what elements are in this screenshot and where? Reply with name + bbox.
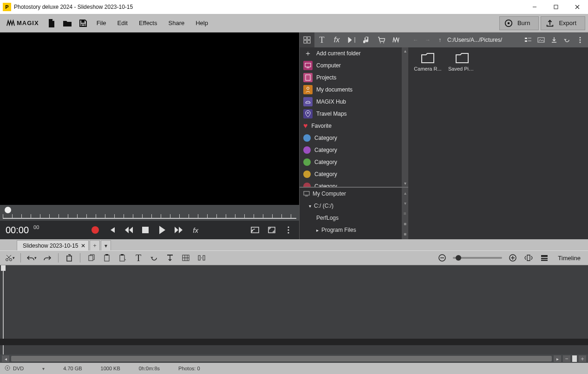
zoom-slider[interactable] xyxy=(453,257,502,259)
folder-camera-roll[interactable]: Camera R... xyxy=(414,52,442,235)
cut-button[interactable]: ▾ xyxy=(5,253,15,263)
nav-back-icon[interactable]: ← xyxy=(411,37,420,43)
copy-button[interactable] xyxy=(86,253,96,263)
undo-button[interactable]: ▾ xyxy=(26,253,37,263)
rewind-button[interactable] xyxy=(124,225,134,235)
category-scrollbar[interactable]: ▴▾ xyxy=(402,47,408,187)
view-options-icon[interactable] xyxy=(523,35,533,45)
fit-button[interactable] xyxy=(523,253,534,263)
window-close-button[interactable] xyxy=(567,0,588,14)
redo-button[interactable] xyxy=(42,253,52,263)
tree-my-computer[interactable]: My Computer xyxy=(300,188,408,200)
add-tab-button[interactable]: ＋ xyxy=(90,240,100,250)
scroll-right-icon[interactable]: ▸ xyxy=(554,355,561,362)
scroll-left-icon[interactable]: ◂ xyxy=(2,355,9,362)
slideshow-tab[interactable]: Slideshow 2023-10-15 ✕ xyxy=(17,240,89,250)
fx-button[interactable]: fx xyxy=(190,225,201,235)
category-computer[interactable]: Computer xyxy=(300,59,408,72)
timeline-area[interactable] xyxy=(0,265,588,354)
rotate-button[interactable] xyxy=(149,253,159,263)
category-color-1[interactable]: Category xyxy=(300,132,408,144)
paste-special-button[interactable] xyxy=(118,253,128,263)
close-tab-icon[interactable]: ✕ xyxy=(81,243,85,249)
image-filter-icon[interactable] xyxy=(536,35,546,45)
menu-share[interactable]: Share xyxy=(164,16,189,30)
add-current-folder[interactable]: ＋Add current folder xyxy=(300,47,408,59)
folder-saved-pictures[interactable]: Saved Pict... xyxy=(448,52,476,235)
category-magix-hub[interactable]: MAGIX Hub xyxy=(300,96,408,108)
scroll-track[interactable] xyxy=(11,356,552,361)
title-tool-button[interactable]: T xyxy=(133,253,144,263)
category-projects[interactable]: Projects xyxy=(300,72,408,84)
track-handle[interactable] xyxy=(572,355,577,362)
menu-edit[interactable]: Edit xyxy=(113,16,132,30)
rotate-icon[interactable] xyxy=(562,35,572,45)
tab-store-icon[interactable] xyxy=(374,33,389,47)
timeline-scrollbar[interactable]: ◂ ▸ − ＋ xyxy=(0,354,588,363)
open-file-button[interactable] xyxy=(60,16,74,30)
file-browser-body[interactable]: Camera R... Saved Pict... xyxy=(408,47,588,239)
tree-side-buttons[interactable]: ▴▾≡■■ xyxy=(402,188,408,239)
zoom-in-button[interactable] xyxy=(508,253,518,263)
tree-program-files[interactable]: ▸Program Files xyxy=(300,224,408,236)
tab-dropdown-button[interactable]: ▾ xyxy=(101,240,111,250)
tab-audio-icon[interactable] xyxy=(359,33,374,47)
status-duration: 0h:0m:8s xyxy=(139,366,160,371)
zoom-out-button[interactable] xyxy=(437,253,447,263)
nav-up-icon[interactable]: ↑ xyxy=(435,37,444,43)
record-button[interactable] xyxy=(90,225,100,235)
window-titlebar: P Photostory deluxe 2024 - Slideshow 202… xyxy=(0,0,588,14)
nav-forward-icon[interactable]: → xyxy=(423,37,432,43)
burn-button[interactable]: Burn xyxy=(499,16,539,30)
window-maximize-button[interactable] xyxy=(545,0,567,14)
view-label[interactable]: Timeline xyxy=(555,255,583,262)
svg-rect-39 xyxy=(105,254,108,256)
svg-point-59 xyxy=(7,367,8,369)
new-file-button[interactable] xyxy=(45,16,59,30)
category-my-documents[interactable]: My documents xyxy=(300,84,408,96)
browser-menu-icon[interactable] xyxy=(575,35,585,45)
preview-ruler[interactable] xyxy=(0,205,299,221)
export-button[interactable]: Export xyxy=(541,16,585,30)
track-plus-button[interactable]: ＋ xyxy=(579,355,586,362)
tab-title-icon[interactable]: T xyxy=(314,33,329,47)
status-media-dropdown[interactable]: ▾ xyxy=(42,366,45,371)
tab-templates-icon[interactable] xyxy=(300,33,314,47)
tab-fx-icon[interactable]: fx xyxy=(329,33,344,47)
svg-point-23 xyxy=(307,87,309,90)
grid-button[interactable] xyxy=(181,253,191,263)
play-button[interactable] xyxy=(157,225,167,235)
category-color-2[interactable]: Category xyxy=(300,144,408,156)
cast-icon[interactable] xyxy=(250,225,260,235)
category-color-5[interactable]: Category xyxy=(300,180,408,187)
menu-help[interactable]: Help xyxy=(191,16,213,30)
optimize-button[interactable] xyxy=(165,253,175,263)
window-minimize-button[interactable] xyxy=(524,0,545,14)
tree-perflogs[interactable]: PerfLogs xyxy=(300,212,408,224)
category-color-4[interactable]: Category xyxy=(300,168,408,180)
menu-effects[interactable]: Effects xyxy=(134,16,162,30)
preview-canvas[interactable] xyxy=(0,33,299,205)
fullscreen-button[interactable] xyxy=(267,225,277,235)
menu-file[interactable]: File xyxy=(92,16,111,30)
category-favorite[interactable]: ♥Favorite xyxy=(300,120,408,132)
import-icon[interactable] xyxy=(549,35,559,45)
skip-start-button[interactable] xyxy=(107,225,117,235)
stop-button[interactable] xyxy=(140,225,150,235)
path-display[interactable]: C:/Users/A.../Pictures/ xyxy=(447,37,520,43)
save-file-button[interactable] xyxy=(76,16,90,30)
track-minus-button[interactable]: − xyxy=(563,355,570,362)
category-travel-maps[interactable]: Travel Maps xyxy=(300,108,408,120)
monitor-menu-button[interactable] xyxy=(283,225,294,235)
time-sub: 00 xyxy=(33,224,39,230)
category-color-3[interactable]: Category xyxy=(300,156,408,168)
tab-magix-icon[interactable] xyxy=(389,33,404,47)
tab-transitions-icon[interactable] xyxy=(344,33,359,47)
fast-forward-button[interactable] xyxy=(174,225,184,235)
paste-button[interactable] xyxy=(102,253,112,263)
view-mode-button[interactable] xyxy=(539,253,549,263)
tree-drive-c[interactable]: ▾C:/ (C:/) xyxy=(300,200,408,212)
ruler-playhead[interactable] xyxy=(5,207,11,213)
delete-button[interactable] xyxy=(64,253,74,263)
markers-button[interactable] xyxy=(196,253,207,263)
